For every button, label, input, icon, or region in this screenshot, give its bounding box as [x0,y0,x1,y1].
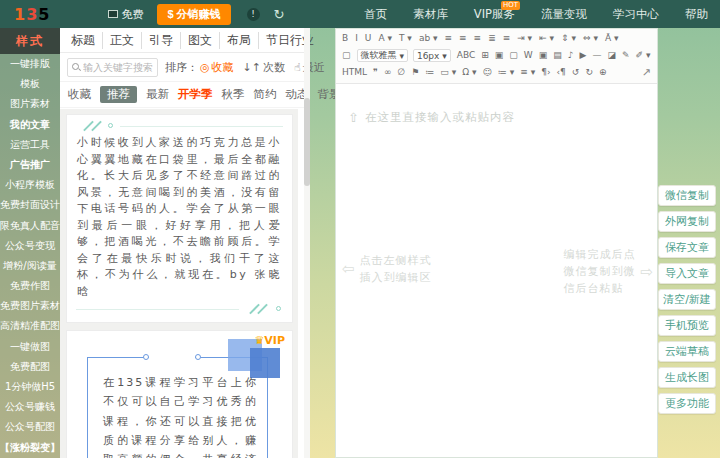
new-doc-icon[interactable]: ▢ [339,48,354,63]
image-upload-icon[interactable]: ▣ [536,48,551,63]
sidebar-item[interactable]: 运营工具 [0,135,60,155]
columns-icon[interactable]: ≔ [422,65,437,80]
action-button[interactable]: 更多功能 [658,393,716,414]
sidebar-item[interactable]: 小程序模板 [0,175,60,195]
sidebar-item[interactable]: 免费作图 [0,276,60,296]
italic-icon[interactable]: I [352,31,361,46]
font-family-select[interactable]: 微软雅黑 ▾ [357,49,408,62]
sidebar-item[interactable]: 公众号变现 [0,236,60,256]
nav-item[interactable]: 帮助 [685,7,708,22]
emoji-icon[interactable]: ☺ [479,65,494,80]
filter-chip[interactable]: 推荐 [100,86,137,103]
special-char-icon[interactable]: Ω ▾ [459,65,479,80]
strikethrough-icon[interactable]: ABC [454,48,478,63]
style-tab[interactable]: 布局 [219,32,258,49]
style-tab[interactable]: 引导 [141,32,180,49]
align-justify-icon[interactable]: ≣ [485,31,499,46]
sidebar-item[interactable]: 公众号赚钱 [0,397,60,417]
search-input[interactable] [83,62,153,73]
underline-icon[interactable]: U [362,31,375,46]
sidebar-item-style-active[interactable]: 样式 [0,28,60,54]
redo-icon[interactable]: ↻ [582,65,596,80]
filter-chip[interactable]: 最新 [146,87,169,102]
gallery-icon[interactable]: ▤ [550,48,565,63]
action-button[interactable]: 保存文章 [658,237,716,258]
bold-icon[interactable]: B [339,31,351,46]
filter-chip[interactable]: 收藏 [68,87,91,102]
align-right-icon[interactable]: ≡ [471,31,485,46]
template-card-quote[interactable]: 小时候收到人家送的巧克力总是小心翼翼地藏在口袋里，最后全都融化。长大后见多了不经… [66,114,293,323]
action-button[interactable]: 清空/新建 [658,289,716,310]
ordered-list-icon[interactable]: ≔ ▾ [495,65,517,80]
sidebar-item[interactable]: 模板 [0,74,60,94]
image-icon[interactable]: ▣ [492,48,507,63]
sidebar-item[interactable]: 1分钟做H5 [0,377,60,397]
align-center-icon[interactable]: ≡ [456,31,470,46]
letter-spacing-icon[interactable]: ⇔ ▾ [580,31,601,46]
video-icon[interactable]: ▶ [577,48,590,63]
action-button[interactable]: 生成长图 [658,367,716,388]
nav-item[interactable]: 素材库 [413,7,448,22]
sidebar-item[interactable]: 免费封面设计 [0,195,60,215]
highlight-color-icon[interactable]: ab ▾ [416,31,441,46]
sidebar-item[interactable]: 一键做图 [0,337,60,357]
editor-canvas[interactable]: ⇧ 在这里直接输入或粘贴内容 ⇦ 点击左侧样式插入到编辑区 编辑完成后点微信复制… [336,84,657,458]
panel-scrollbar[interactable] [304,28,310,458]
sidebar-item[interactable]: 高清精准配图 [0,316,60,336]
sidebar-item[interactable]: 【涨粉裂变】 [0,438,60,458]
flag-icon[interactable]: ⚑ [408,65,422,80]
blockquote-icon[interactable]: ❞ [370,65,381,80]
nav-item[interactable]: 流量变现 [541,7,587,22]
line-style-icon[interactable]: ≡ ▾ [517,65,538,80]
filter-chip[interactable]: 秋季 [222,87,245,102]
distribute-earn-button[interactable]: $ 分销赚钱 [157,4,230,25]
refresh-icon[interactable]: ↻ [274,7,285,22]
free-menu[interactable]: 免费 [108,7,143,22]
eraser-icon[interactable]: ◪ [604,48,619,63]
ltr-icon[interactable]: ¶› [538,65,553,80]
container-icon[interactable]: ▭ ▾ [437,65,459,80]
nav-item[interactable]: 学习中心 [613,7,659,22]
action-button[interactable]: 手机预览 [658,315,716,336]
font-color-icon[interactable]: A ▾ [375,31,395,46]
style-tab[interactable]: 正文 [102,32,141,49]
line-height-icon[interactable]: ⇕ ▾ [558,31,579,46]
scrollbar-thumb[interactable] [304,98,310,186]
outdent-icon[interactable]: ⇤ ▾ [536,31,557,46]
sidebar-item[interactable]: 免费图片素材 [0,296,60,316]
table-icon[interactable]: ⊞ [478,48,492,63]
search-box[interactable] [67,58,158,77]
align-top-icon[interactable]: ≡ [500,31,514,46]
zoom-search-icon[interactable]: ⊕ [596,65,610,80]
align-left-icon[interactable]: ≡ [441,31,455,46]
sidebar-item[interactable]: 广告推广 [0,155,60,175]
sidebar-item[interactable]: 公众号配图 [0,417,60,437]
sidebar-item[interactable]: 免费配图 [0,357,60,377]
font-size-select[interactable]: 16px ▾ [413,49,451,62]
nav-item[interactable]: 首页 [364,7,387,22]
rtl-icon[interactable]: ‹¶ [554,65,569,80]
sidebar-item[interactable]: 一键排版 [0,54,60,74]
template-card-vip[interactable]: ♛VIP 在135课程学习平台上你不仅可以自己学习优秀的课程，你还可以直接把优质… [66,330,293,458]
info-icon[interactable]: ! [247,8,260,21]
sort-count[interactable]: ↓↑ 次数 [243,60,285,75]
link-icon[interactable]: ∞ [381,65,395,80]
style-tab[interactable]: 标题 [64,32,102,49]
logo-135[interactable]: 135 [14,5,50,24]
action-button[interactable]: 云端草稿 [658,341,716,362]
action-button[interactable]: 导入文章 [658,263,716,284]
expand-editor-icon[interactable]: ↗ [642,66,654,79]
sidebar-item[interactable]: 我的文章 [0,115,60,135]
filter-chip[interactable]: 开学季 [178,87,213,102]
undo-icon[interactable]: ↺ [569,65,583,80]
style-tab[interactable]: 节日行业 [258,32,321,49]
sidebar-item[interactable]: 图片素材 [0,94,60,114]
pen-icon[interactable]: ✐ ▾ [633,48,654,63]
clear-format-icon[interactable]: Ā ▾ [602,31,622,46]
blank-icon[interactable]: ▢ [506,48,521,63]
sidebar-item[interactable]: 增粉/阅读量 [0,256,60,276]
indent-icon[interactable]: ⇥ ▾ [514,31,535,46]
style-tab[interactable]: 图文 [180,32,219,49]
filter-chip[interactable]: 简约 [254,87,277,102]
format-brush-icon[interactable]: ✎ [619,48,633,63]
